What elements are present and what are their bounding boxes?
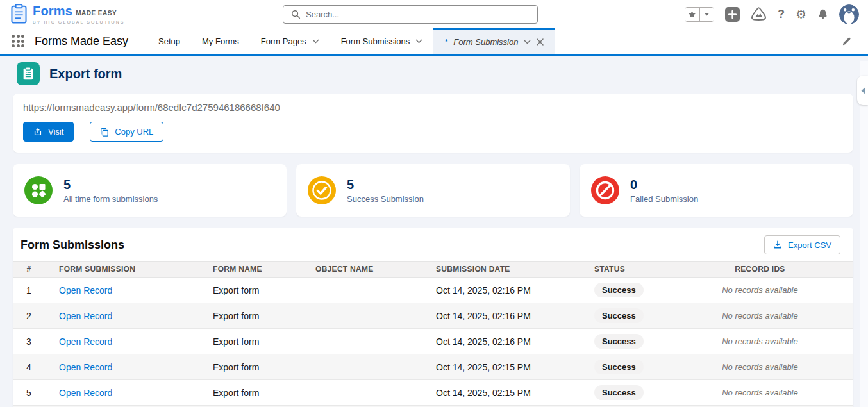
table-row: 5 Open Record Export form Oct 14, 2025, … — [13, 380, 853, 406]
col-header: OBJECT NAME — [301, 265, 422, 274]
open-record-link[interactable]: Open Record — [59, 311, 112, 321]
stat-label: All time form submissions — [63, 194, 158, 204]
col-header: FORM SUBMISSION — [45, 265, 199, 274]
submission-date-cell: Oct 14, 2025, 02:16 PM — [422, 336, 580, 347]
ban-icon — [591, 176, 619, 204]
row-number: 2 — [13, 311, 45, 321]
visit-button[interactable]: Visit — [23, 122, 74, 142]
chevron-left-icon — [860, 87, 865, 94]
chevron-down-icon — [312, 39, 319, 44]
record-ids-cell: No records available — [667, 362, 853, 372]
status-badge: Success — [594, 308, 644, 323]
table-row: 1 Open Record Export form Oct 14, 2025, … — [13, 278, 853, 303]
favorites-button — [685, 7, 714, 22]
table-row: 4 Open Record Export form Oct 14, 2025, … — [13, 354, 853, 380]
open-external-icon — [33, 128, 42, 137]
favorites-star-icon[interactable] — [685, 8, 699, 21]
app-logo: Forms MADE EASY BY HIC GLOBAL SOLUTIONS — [10, 4, 125, 24]
shapes-icon — [24, 176, 53, 204]
chevron-down-icon[interactable] — [524, 40, 531, 44]
form-name-cell: Export form — [199, 388, 301, 398]
search-input[interactable] — [306, 10, 517, 19]
form-name-cell: Export form — [199, 285, 301, 295]
unsaved-indicator: * — [444, 37, 447, 47]
search-icon — [291, 10, 301, 19]
form-clipboard-icon — [17, 62, 40, 85]
row-number: 1 — [13, 285, 45, 295]
app-launcher-icon[interactable] — [12, 35, 24, 47]
row-number: 5 — [13, 388, 45, 398]
scrollbar-track[interactable] — [860, 61, 868, 407]
favorites-caret-icon[interactable] — [699, 8, 714, 21]
brand-name: Forms — [33, 4, 72, 19]
page-title: Export form — [49, 67, 122, 81]
user-avatar[interactable] — [839, 4, 859, 24]
export-csv-button[interactable]: Export CSV — [764, 235, 840, 254]
global-header: Forms MADE EASY BY HIC GLOBAL SOLUTIONS — [0, 0, 868, 28]
app-navbar: Forms Made Easy Setup My Forms Form Page… — [0, 28, 868, 56]
table-title: Form Submissions — [21, 238, 124, 252]
clipboard-logo-icon — [10, 4, 28, 24]
col-header: SUBMISSION DATE — [422, 265, 580, 274]
open-record-link[interactable]: Open Record — [59, 285, 112, 295]
app-name: Forms Made Easy — [35, 35, 128, 48]
copy-icon — [100, 128, 109, 137]
global-search[interactable] — [283, 5, 538, 24]
page-header: Export form — [17, 62, 853, 85]
tab-form-submission-active[interactable]: * Form Submission — [433, 28, 555, 54]
tab-setup[interactable]: Setup — [147, 28, 191, 54]
col-header: RECORD IDS — [667, 265, 853, 274]
stat-card-failed: 0 Failed Submission — [580, 164, 853, 217]
row-number: 4 — [13, 362, 45, 372]
stats-row: 5 All time form submissions 5 Success Su… — [13, 164, 853, 217]
page-content: Export form https://formsmadeasy.app/for… — [0, 56, 868, 407]
col-header: STATUS — [580, 265, 667, 274]
record-ids-cell: No records available — [667, 388, 853, 397]
status-badge: Success — [594, 385, 644, 400]
edit-pencil-icon[interactable] — [842, 28, 868, 54]
download-icon — [773, 240, 782, 249]
stat-label: Success Submission — [347, 194, 424, 204]
record-ids-cell: No records available — [667, 311, 853, 320]
table-row: 3 Open Record Export form Oct 14, 2025, … — [13, 329, 853, 354]
notifications-bell-icon[interactable] — [817, 8, 828, 20]
status-badge: Success — [594, 334, 644, 349]
chevron-down-icon — [415, 39, 422, 44]
close-tab-icon[interactable] — [537, 38, 544, 46]
check-icon — [308, 176, 336, 204]
open-record-link[interactable]: Open Record — [59, 362, 112, 372]
global-actions-icon[interactable] — [725, 7, 740, 22]
brand-suffix: MADE EASY — [76, 10, 117, 17]
form-name-cell: Export form — [199, 311, 301, 321]
stat-label: Failed Submission — [630, 194, 698, 204]
row-number: 3 — [13, 336, 45, 347]
help-icon[interactable]: ? — [778, 8, 785, 21]
col-header: FORM NAME — [199, 265, 301, 274]
tab-form-submissions[interactable]: Form Submissions — [330, 28, 434, 54]
table-body: 1 Open Record Export form Oct 14, 2025, … — [13, 278, 853, 406]
open-record-link[interactable]: Open Record — [59, 388, 112, 398]
setup-gear-icon[interactable]: ⚙ — [796, 8, 806, 21]
tab-my-forms[interactable]: My Forms — [191, 28, 250, 54]
stat-value: 0 — [630, 178, 698, 192]
form-url-card: https://formsmadeasy.app/form/68edfc7d27… — [13, 94, 853, 153]
trailhead-icon[interactable] — [751, 7, 767, 21]
submission-date-cell: Oct 14, 2025, 02:15 PM — [422, 388, 580, 398]
copy-url-button[interactable]: Copy URL — [90, 122, 163, 142]
status-badge: Success — [594, 283, 644, 297]
record-ids-cell: No records available — [667, 336, 853, 346]
brand-tagline: BY HIC GLOBAL SOLUTIONS — [33, 20, 125, 24]
col-header: # — [13, 265, 45, 274]
submission-date-cell: Oct 14, 2025, 02:16 PM — [422, 285, 580, 295]
tab-form-pages[interactable]: Form Pages — [250, 28, 330, 54]
nav-tabs: Setup My Forms Form Pages Form Submissio… — [147, 28, 555, 54]
form-url-text: https://formsmadeasy.app/form/68edfc7d27… — [23, 102, 843, 113]
record-ids-cell: No records available — [667, 285, 853, 295]
form-name-cell: Export form — [199, 336, 301, 347]
submission-date-cell: Oct 14, 2025, 02:15 PM — [422, 362, 580, 372]
open-record-link[interactable]: Open Record — [59, 336, 112, 347]
stat-value: 5 — [347, 178, 424, 192]
stat-value: 5 — [63, 178, 158, 192]
form-submissions-card: Form Submissions Export CSV # FORM SUBMI… — [13, 228, 853, 407]
panel-expand-handle[interactable] — [857, 76, 868, 105]
